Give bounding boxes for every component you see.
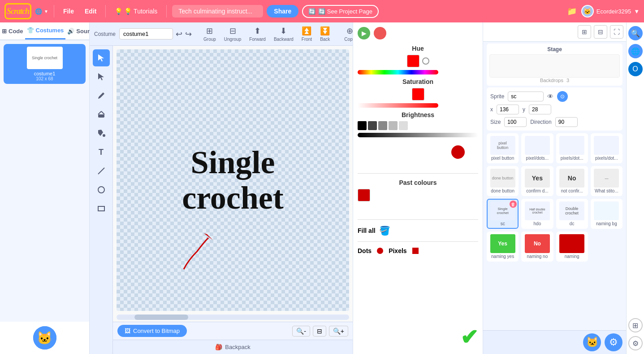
brightness-swatch-0[interactable] — [358, 121, 367, 130]
h-scrollbar-thumb[interactable] — [134, 315, 188, 320]
hue-circle-indicator[interactable] — [422, 57, 429, 65]
convert-bitmap-btn[interactable]: 🖼 Convert to Bitmap — [117, 325, 187, 337]
h-scrollbar[interactable] — [117, 315, 349, 320]
tab-costumes[interactable]: 👕 Costumes — [25, 22, 66, 39]
brightness-swatches — [358, 121, 478, 130]
show-toggle-off-btn[interactable]: ⊙ — [557, 91, 568, 102]
dots-indicator[interactable] — [377, 248, 383, 254]
nav-globe[interactable]: 🌐 ▼ — [35, 8, 48, 15]
canvas-area[interactable]: Single crochet — [117, 49, 349, 311]
sprite-delete-sc[interactable]: 🗑 — [510, 201, 517, 208]
sprite-name-naming: naming — [559, 254, 585, 259]
sprite-card-no[interactable]: No not confir... — [556, 166, 588, 196]
sprite-card-pixels-dot2[interactable]: pixels/dot... — [591, 133, 622, 163]
file-menu[interactable]: File — [60, 6, 78, 17]
draw-tools: T — [90, 46, 113, 354]
costume-item-1[interactable]: Single crochet costume1 102 x 68 — [4, 44, 86, 84]
costume-name-input[interactable] — [119, 28, 173, 39]
reshape-tool[interactable] — [93, 68, 110, 85]
past-colour-1[interactable] — [358, 189, 370, 201]
brightness-swatch-3[interactable] — [389, 121, 398, 130]
see-project-btn[interactable]: 🔄 🔄 See Project Page — [302, 5, 379, 18]
globe-side-icon[interactable]: 🌐 — [628, 44, 643, 58]
undo-btn[interactable]: ↩ — [176, 29, 182, 39]
pixels-indicator[interactable] — [412, 248, 419, 254]
show-toggle-btn[interactable]: 👁 — [547, 93, 553, 100]
brightness-swatch-4[interactable] — [399, 121, 408, 130]
sprite-card-hdo[interactable]: Half doublecrochet hdo — [521, 199, 553, 229]
brush-tool[interactable] — [93, 87, 110, 104]
sprite-card-naming-no[interactable]: No naming no — [521, 232, 553, 262]
settings-side-icon[interactable]: ⚙ — [628, 336, 643, 350]
add-costume-btn[interactable]: 🐱 — [33, 326, 56, 350]
user-menu[interactable]: 🐱 Ecordeir3295 ▼ — [581, 5, 640, 17]
green-flag-btn[interactable]: ▶ — [358, 27, 370, 39]
y-input[interactable] — [529, 105, 551, 114]
brightness-slider[interactable] — [358, 133, 478, 137]
sprite-name-input[interactable] — [508, 92, 544, 101]
sprite-card-naming-yes[interactable]: Yes naming yes — [487, 232, 519, 262]
sprite-card-pixels-dot1[interactable]: pixels/dot... — [556, 133, 588, 163]
saturation-swatch[interactable] — [412, 88, 424, 101]
add-backdrop-btn[interactable]: ⚙ — [605, 333, 622, 351]
lightbulb-icon: 💡 — [115, 8, 122, 15]
edit-menu[interactable]: Edit — [81, 6, 100, 17]
sprite-card-what-stito[interactable]: — What stito... — [591, 166, 622, 196]
zoom-fit-btn[interactable]: ⊟ — [313, 326, 326, 337]
sprite-card-done-btn[interactable]: done button done button — [487, 166, 519, 196]
eraser-tool[interactable] — [93, 106, 110, 123]
direction-input[interactable] — [555, 117, 578, 127]
toolbar-group-btn[interactable]: ⊞ Group — [201, 25, 219, 43]
sprite-thumb-hdo: Half doublecrochet — [525, 201, 550, 220]
text-tool[interactable]: T — [93, 144, 110, 161]
zoom-in-btn[interactable]: 🔍+ — [329, 326, 348, 337]
split-view-btn[interactable]: ⊟ — [594, 25, 607, 39]
circle-tool[interactable] — [93, 181, 110, 198]
folder-icon[interactable]: 📁 — [567, 6, 577, 16]
stage-thumb[interactable] — [489, 54, 620, 78]
select-tool[interactable] — [93, 49, 110, 66]
fullscreen-btn[interactable]: ⛶ — [610, 25, 623, 39]
y-label: y — [523, 106, 525, 113]
expand-icon-side[interactable]: ⊞ — [628, 318, 643, 332]
sprite-card-dc[interactable]: Doublecrochet dc — [556, 199, 588, 229]
hue-swatch[interactable] — [407, 55, 419, 67]
tab-code[interactable]: ⊞ Code — [0, 22, 25, 39]
brightness-swatch-2[interactable] — [378, 121, 387, 130]
tutorials-btn[interactable]: 💡 💡 Tutorials — [111, 6, 161, 17]
toolbar-front-btn[interactable]: ⏫ Front — [299, 25, 315, 43]
sprite-card-naming[interactable]: naming — [556, 232, 588, 262]
color-divider-2 — [358, 219, 478, 220]
share-btn[interactable]: Share — [267, 5, 298, 17]
toolbar-back-btn[interactable]: ⏬ Back — [317, 25, 333, 43]
rect-tool[interactable] — [93, 200, 110, 217]
zoom-out-btn[interactable]: 🔍- — [292, 326, 310, 337]
outlook-icon[interactable]: O — [628, 62, 643, 76]
sprite-card-pixel-dots[interactable]: pixel/dots... — [521, 133, 553, 163]
search-icon-btn[interactable]: 🔍 — [628, 26, 643, 40]
sprite-card-naming-bg[interactable]: naming bg — [591, 199, 622, 229]
hue-slider[interactable] — [358, 70, 438, 74]
saturation-slider[interactable] — [358, 103, 438, 108]
backpack-bar[interactable]: 🎒 Backpack — [113, 340, 353, 354]
text-icon: T — [99, 148, 104, 157]
toolbar-backward-btn[interactable]: ⬇ Backward — [271, 25, 296, 43]
scratch-logo[interactable]: Scratch — [4, 3, 31, 19]
expand-view-btn[interactable]: ⊞ — [578, 25, 591, 39]
stop-btn[interactable] — [374, 27, 386, 39]
project-title-input[interactable] — [172, 5, 263, 17]
x-input[interactable] — [497, 105, 519, 114]
toolbar-ungroup-btn[interactable]: ⊟ Ungroup — [221, 25, 244, 43]
sprite-card-yes[interactable]: Yes confirm d... — [521, 166, 553, 196]
toolbar-forward-btn[interactable]: ⬆ Forward — [246, 25, 268, 43]
redo-btn[interactable]: ↪ — [185, 29, 192, 39]
add-sprite-btn[interactable]: 🐱 — [583, 333, 601, 351]
sprite-card-sc[interactable]: 🗑 Singlecrochet sc — [487, 199, 519, 229]
fill-tool[interactable] — [93, 125, 110, 142]
add-icon: 🐱 — [33, 326, 56, 350]
size-input[interactable] — [504, 117, 527, 127]
sprite-card-pixel-btn[interactable]: pixelbutton pixel button — [487, 133, 519, 163]
brightness-swatch-1[interactable] — [368, 121, 377, 130]
checkmark-icon[interactable]: ✔ — [460, 324, 478, 350]
line-tool[interactable] — [93, 162, 110, 179]
